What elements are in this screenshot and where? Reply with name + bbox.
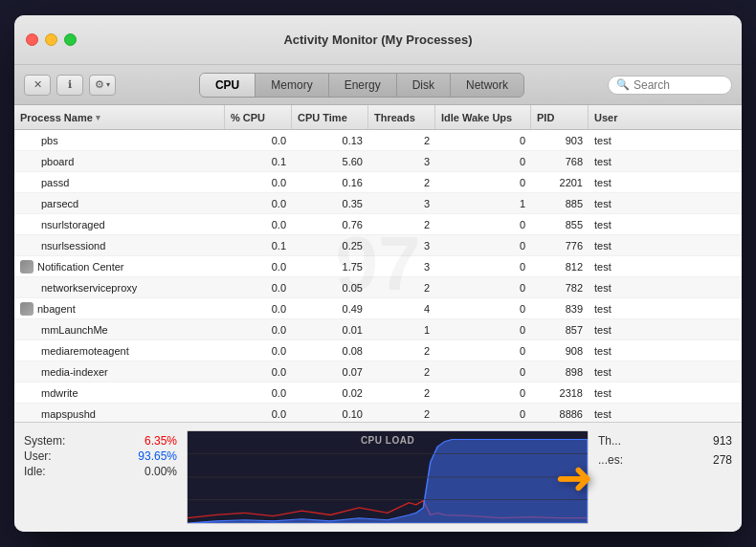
tab-energy[interactable]: Energy (329, 74, 397, 97)
search-box[interactable]: 🔍 (608, 76, 732, 95)
col-cpu-time[interactable]: CPU Time (292, 105, 368, 129)
process-name-cell: Notification Center (14, 260, 225, 274)
cpu-load-chart: CPU LOAD (187, 430, 589, 524)
col-cpu[interactable]: % CPU (225, 105, 292, 129)
col-user[interactable]: User (589, 105, 646, 129)
process-name-cell: nsurlstoraged (14, 219, 225, 230)
col-pid[interactable]: PID (531, 105, 589, 129)
table-row[interactable]: mapspushd0.00.10208886test (14, 404, 742, 422)
title-bar: Activity Monitor (My Processes) (14, 15, 742, 65)
process-name-cell: pbs (14, 135, 225, 146)
right-panel: Th... 913 ...es: 278 (598, 430, 732, 524)
process-table: 97 Process Name ▾ % CPU CPU Time Threads… (14, 105, 742, 422)
process-name-cell: mapspushd (14, 408, 225, 420)
system-label: System: (24, 434, 65, 448)
search-icon: 🔍 (616, 78, 630, 91)
process-name-cell: media-indexer (14, 366, 225, 378)
col-threads[interactable]: Threads (368, 105, 435, 129)
process-name-cell: mmLaunchMe (14, 324, 225, 336)
process-name-cell: mdwrite (14, 387, 225, 399)
gear-icon: ⚙ (95, 78, 104, 91)
window-title: Activity Monitor (My Processes) (283, 33, 472, 47)
process-name-cell: pboard (14, 156, 225, 167)
idle-stat-row: Idle: 0.00% (24, 465, 177, 478)
user-stat-row: User: 93.65% (24, 449, 177, 463)
system-value: 6.35% (145, 434, 177, 448)
process-name-cell: parsecd (14, 198, 225, 209)
process-name-cell: passd (14, 177, 225, 188)
table-row[interactable]: parsecd0.00.3531885test (14, 193, 742, 214)
threads-row: Th... 913 (598, 434, 732, 448)
table-row[interactable]: mediaremoteagent0.00.0820908test (14, 340, 742, 361)
table-row[interactable]: networkserviceproxy0.00.0520782test (14, 277, 742, 298)
close-icon-btn[interactable]: ✕ (24, 75, 51, 96)
col-idle-wake[interactable]: Idle Wake Ups (435, 105, 531, 129)
tab-disk[interactable]: Disk (397, 74, 451, 97)
table-body: pbs0.00.1320903testpboard0.15.6030768tes… (14, 130, 742, 422)
table-row[interactable]: nsurlstoraged0.00.7620855test (14, 214, 742, 235)
processes-row: ...es: 278 (598, 453, 732, 467)
threads-label: Th... (598, 434, 621, 448)
system-stat-row: System: 6.35% (24, 434, 177, 448)
sort-arrow: ▾ (96, 113, 100, 122)
table-row[interactable]: media-indexer0.00.0720898test (14, 361, 742, 383)
tab-group: CPU Memory Energy Disk Network (199, 73, 524, 98)
info-button[interactable]: ℹ (56, 75, 83, 96)
processes-label: ...es: (598, 453, 623, 467)
process-icon (20, 260, 33, 274)
table-row[interactable]: Notification Center0.01.7530812test (14, 256, 742, 277)
stats-panel: System: 6.35% User: 93.65% Idle: 0.00% (24, 430, 177, 524)
process-icon (20, 302, 33, 316)
close-button[interactable] (26, 33, 38, 46)
table-row[interactable]: passd0.00.16202201test (14, 172, 742, 193)
table-row[interactable]: mdwrite0.00.02202318test (14, 383, 742, 404)
chart-title: CPU LOAD (361, 435, 414, 446)
process-name-cell: nsurlsessiond (14, 240, 225, 252)
col-process-name[interactable]: Process Name ▾ (14, 105, 225, 129)
minimize-button[interactable] (45, 33, 57, 46)
tab-memory[interactable]: Memory (256, 74, 328, 97)
processes-value: 278 (713, 453, 732, 467)
table-row[interactable]: nsurlsessiond0.10.2530776test (14, 235, 742, 256)
toolbar: ✕ ℹ ⚙ ▾ CPU Memory Energy Disk Network 🔍 (14, 65, 742, 105)
main-window: Activity Monitor (My Processes) ✕ ℹ ⚙ ▾ … (14, 15, 742, 532)
user-label: User: (24, 449, 52, 463)
table-row[interactable]: nbagent0.00.4940839test (14, 298, 742, 319)
tab-cpu[interactable]: CPU (200, 74, 256, 97)
search-input[interactable] (634, 78, 720, 92)
threads-value: 913 (713, 434, 732, 448)
maximize-button[interactable] (64, 33, 77, 46)
idle-label: Idle: (24, 465, 46, 478)
table-header: Process Name ▾ % CPU CPU Time Threads Id… (14, 105, 742, 130)
user-value: 93.65% (138, 449, 177, 463)
process-name-cell: mediaremoteagent (14, 345, 225, 357)
table-row[interactable]: mmLaunchMe0.00.0110857test (14, 319, 742, 340)
bottom-panel: System: 6.35% User: 93.65% Idle: 0.00% C… (14, 422, 742, 532)
process-name-cell: networkserviceproxy (14, 282, 225, 294)
table-row[interactable]: pboard0.15.6030768test (14, 151, 742, 172)
gear-button[interactable]: ⚙ ▾ (89, 75, 116, 96)
table-row[interactable]: pbs0.00.1320903test (14, 130, 742, 151)
tab-network[interactable]: Network (451, 74, 523, 97)
idle-value: 0.00% (145, 465, 177, 478)
process-name-cell: nbagent (14, 302, 225, 316)
traffic-lights (26, 33, 77, 46)
chevron-down-icon: ▾ (106, 80, 110, 89)
